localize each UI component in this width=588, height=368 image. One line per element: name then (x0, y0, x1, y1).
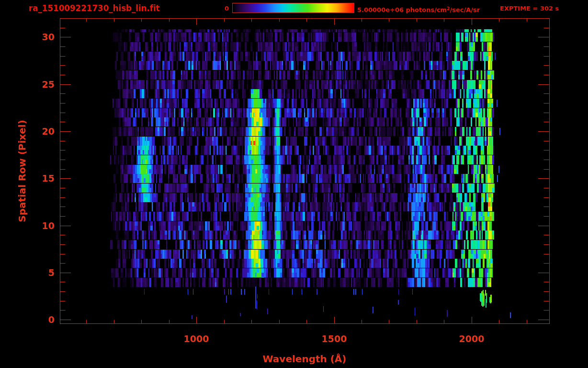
x-axis-title: Wavelength (Å) (263, 353, 347, 365)
y-tick-label: 5 (28, 267, 55, 278)
plot-axes (0, 0, 588, 368)
x-tick-label: 1500 (305, 334, 363, 344)
plot-frame (60, 19, 550, 324)
colorbar-gradient (233, 3, 354, 12)
filename-title: ra_151009221730_hisb_lin.fit (29, 4, 159, 12)
colorbar-max-label: 5.00000e+06 photons/cm2/sec/A/sr (357, 5, 480, 13)
colorbar-max-prefix: 5.00000e+06 photons/cm (357, 6, 447, 13)
y-tick-label: 20 (28, 126, 55, 137)
y-tick-label: 25 (28, 79, 55, 90)
colorbar-max-suffix: /sec/A/sr (450, 6, 480, 13)
spectrum-viewer-window: ra_151009221730_hisb_lin.fit 0 5.00000e+… (0, 0, 588, 368)
y-axis-title: Spatial Row (Pixel) (16, 120, 28, 222)
y-tick-label: 30 (28, 32, 55, 42)
colorbar-min-label: 0 (215, 5, 229, 12)
colorbar (232, 3, 354, 13)
x-tick-label: 2000 (443, 334, 500, 344)
x-tick-label: 1000 (168, 334, 225, 344)
y-tick-label: 15 (28, 173, 55, 184)
y-tick-label: 10 (28, 220, 55, 231)
y-tick-label: 0 (28, 314, 55, 325)
exptime-label: EXPTIME = 302 s (500, 5, 559, 12)
